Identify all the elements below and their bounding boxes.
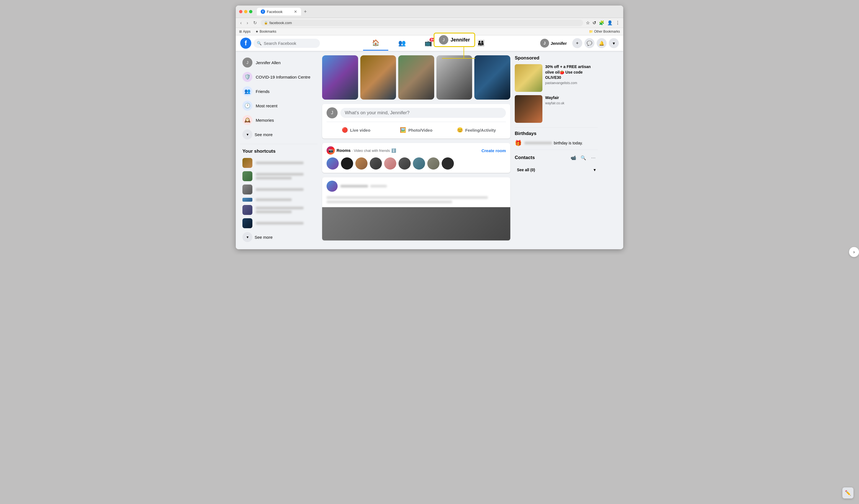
sidebar-item-most-recent[interactable]: 🕐 Most recent	[240, 98, 318, 113]
new-tab-button[interactable]: +	[302, 9, 308, 15]
rooms-info-icon: ℹ️	[391, 148, 396, 153]
extensions-icon[interactable]: 🧩	[599, 20, 604, 26]
feeling-icon: 😊	[457, 127, 463, 133]
sponsored-section: Sponsored 30% off + a FREE artisan olive…	[515, 55, 598, 123]
post-line-1	[327, 196, 488, 199]
shortcut-item-5[interactable]	[240, 203, 318, 217]
room-avatar-6	[398, 157, 411, 170]
rooms-avatars	[327, 157, 506, 170]
shortcut-label-2b	[256, 177, 292, 180]
fb-main-content: J Jennifer Allen 🛡️ COVID-19 Information…	[236, 51, 623, 249]
contacts-more-button[interactable]: ⋯	[589, 153, 598, 162]
back-button[interactable]: ‹	[239, 20, 243, 26]
shortcut-item-6[interactable]	[240, 217, 318, 230]
sidebar-item-friends[interactable]: 👥 Friends	[240, 84, 318, 98]
post-info	[341, 185, 506, 187]
shortcut-label-1	[256, 162, 304, 164]
right-divider-2	[515, 150, 598, 150]
post-content	[322, 194, 510, 207]
see-more-label: See more	[255, 132, 273, 137]
see-more-button[interactable]: ▾ See more	[240, 127, 318, 142]
post-card-1	[322, 177, 510, 240]
search-bar[interactable]: 🔍 Search Facebook	[254, 39, 320, 48]
apps-grid-icon: ⊞	[239, 30, 242, 33]
shortcut-thumbnail-6	[242, 218, 252, 228]
user-profile-button[interactable]: J Jennifer	[537, 37, 570, 49]
tab-marketplace[interactable]: 🏪	[442, 36, 467, 50]
tab-watch[interactable]: 📺 9+	[416, 36, 441, 50]
maximize-button[interactable]	[249, 10, 252, 13]
tab-home[interactable]: 🏠	[363, 36, 388, 51]
tab-groups[interactable]: 👨‍👩‍👧	[468, 36, 494, 50]
story-card-2[interactable]	[360, 55, 396, 100]
story-card-5[interactable]	[474, 55, 510, 100]
feeling-activity-button[interactable]: 😊 Feeling/Activity	[447, 125, 506, 135]
apps-button[interactable]: ⊞ Apps	[239, 30, 251, 33]
search-contacts-button[interactable]: 🔍	[579, 153, 588, 162]
contacts-section: Contacts 📹 🔍 ⋯ See all (0) ▾	[515, 153, 598, 174]
profile-icon[interactable]: 👤	[607, 20, 613, 26]
minimize-button[interactable]	[244, 10, 247, 13]
create-post-input[interactable]: What's on your mind, Jennifer?	[341, 108, 506, 118]
other-bookmarks-button[interactable]: 📁 Other Bookmarks	[589, 30, 620, 33]
live-video-button[interactable]: 🔴 Live video	[327, 125, 386, 135]
story-card-4[interactable]	[436, 55, 472, 100]
see-more-shortcuts-button[interactable]: ▾ See more	[240, 230, 318, 244]
bookmark-star-icon[interactable]: ☆	[586, 20, 590, 26]
navbar-wrapper: f 🔍 Search Facebook 🏠 👥 📺 9+ 🏪 👨‍👩‍👧	[236, 35, 623, 51]
most-recent-label: Most recent	[256, 104, 277, 108]
covid-icon: 🛡️	[242, 72, 252, 82]
profile-name: Jennifer Allen	[256, 60, 281, 65]
story-card-3[interactable]	[398, 55, 434, 100]
shortcut-thumbnail-4	[242, 198, 252, 202]
sidebar-item-profile[interactable]: J Jennifer Allen	[240, 55, 318, 70]
memories-label: Memories	[256, 118, 274, 123]
create-post-top: J What's on your mind, Jennifer?	[327, 107, 506, 118]
room-avatar-2	[341, 157, 353, 170]
bookmarks-label: Bookmarks	[260, 30, 276, 33]
new-video-call-button[interactable]: 📹	[569, 153, 578, 162]
dropdown-button[interactable]: ▾	[609, 38, 619, 48]
shortcut-item-3[interactable]	[240, 183, 318, 196]
bookmarks-item[interactable]: ★ Bookmarks	[254, 29, 278, 34]
ad-item-1[interactable]: 30% off + a FREE artisan olive oil🍅 Use …	[515, 64, 598, 92]
facebook-logo[interactable]: f	[240, 37, 251, 49]
facebook-app: f 🔍 Search Facebook 🏠 👥 📺 9+ 🏪 👨‍👩‍👧	[236, 35, 623, 249]
shortcut-item-4[interactable]	[240, 196, 318, 203]
refresh-icon[interactable]: ↺	[592, 20, 596, 26]
photo-video-button[interactable]: 🖼️ Photo/Video	[387, 125, 446, 135]
close-button[interactable]	[239, 10, 242, 13]
post-header	[322, 177, 510, 194]
tab-friends[interactable]: 👥	[389, 36, 415, 50]
notifications-button[interactable]: 🔔	[597, 38, 607, 48]
shortcut-text-2	[256, 173, 316, 180]
create-room-button[interactable]: Create room	[482, 148, 506, 153]
story-card-1[interactable]	[322, 55, 358, 100]
bookmark-star-icon: ★	[255, 30, 258, 33]
shortcut-text-4	[256, 198, 316, 201]
sidebar-item-covid[interactable]: 🛡️ COVID-19 Information Centre	[240, 70, 318, 84]
shortcut-thumbnail-5	[242, 205, 252, 215]
facebook-tab[interactable]: f Facebook ✕	[257, 8, 301, 15]
profile-avatar: J	[242, 58, 252, 67]
address-bar: ‹ › ↻ 🔒 facebook.com ☆ ↺ 🧩 👤 ⋮	[236, 18, 623, 28]
sidebar-item-memories[interactable]: 🕰️ Memories	[240, 113, 318, 127]
url-field[interactable]: 🔒 facebook.com	[261, 20, 583, 26]
rooms-label: Rooms	[336, 148, 351, 153]
lock-icon: 🔒	[264, 21, 268, 25]
sidebar-divider	[240, 144, 318, 144]
rooms-icon: 📷	[327, 146, 335, 155]
forward-button[interactable]: ›	[245, 20, 249, 26]
add-button[interactable]: +	[572, 38, 582, 48]
tab-close-button[interactable]: ✕	[294, 10, 297, 14]
see-more-shortcuts-label: See more	[255, 235, 273, 240]
shortcut-item-2[interactable]	[240, 170, 318, 183]
messenger-button[interactable]: 💬	[585, 38, 594, 48]
reload-button[interactable]: ↻	[252, 20, 258, 26]
see-all-contacts-button[interactable]: See all (0) ▾	[515, 165, 598, 174]
shortcut-item-1[interactable]	[240, 156, 318, 170]
search-placeholder: Search Facebook	[264, 41, 296, 46]
menu-icon[interactable]: ⋮	[616, 20, 620, 26]
shortcut-text-5	[256, 207, 316, 213]
ad-item-2[interactable]: Wayfair wayfair.co.uk	[515, 95, 598, 123]
